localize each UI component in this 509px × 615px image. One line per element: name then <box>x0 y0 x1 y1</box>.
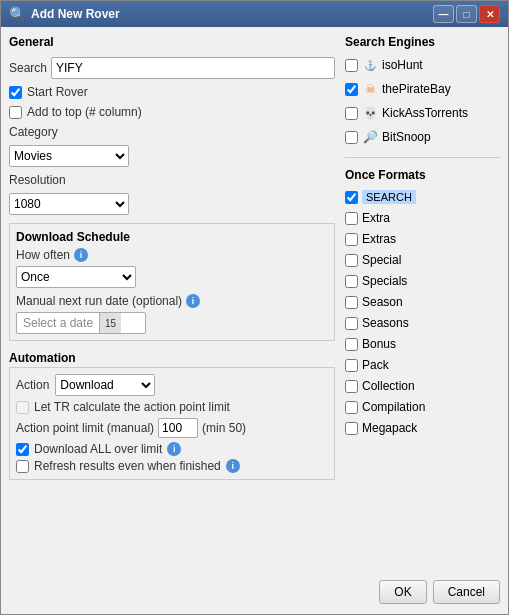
format-search-checkbox[interactable] <box>345 191 358 204</box>
how-often-row: How often i <box>16 248 328 262</box>
format-search-label: SEARCH <box>362 190 416 204</box>
format-compilation-label: Compilation <box>362 400 425 414</box>
resolution-label: Resolution <box>9 173 335 187</box>
format-megapack: Megapack <box>345 421 500 435</box>
start-rover-checkbox[interactable] <box>9 86 22 99</box>
format-collection: Collection <box>345 379 500 393</box>
engine-kickasstorrents-checkbox[interactable] <box>345 107 358 120</box>
format-seasons-checkbox[interactable] <box>345 317 358 330</box>
window-title: Add New Rover <box>31 7 433 21</box>
format-specials-checkbox[interactable] <box>345 275 358 288</box>
engine-kickasstorrents: 💀 KickAssTorrents <box>345 105 500 121</box>
engine-isohunt-label: isoHunt <box>382 58 423 72</box>
format-pack-checkbox[interactable] <box>345 359 358 372</box>
format-collection-label: Collection <box>362 379 415 393</box>
engine-thepiratebay-checkbox[interactable] <box>345 83 358 96</box>
format-search: SEARCH <box>345 190 500 204</box>
engine-thepiratebay: ☠ thePirateBay <box>345 81 500 97</box>
resolution-select[interactable]: Any 720 1080 4K <box>9 193 129 215</box>
automation-section: Automation Action Download Watch Ignore <box>9 351 335 480</box>
format-extra: Extra <box>345 211 500 225</box>
how-often-select-wrapper: Once Daily Weekly Hourly <box>16 266 328 288</box>
format-seasons: Seasons <box>345 316 500 330</box>
search-engines-label: Search Engines <box>345 35 500 49</box>
action-point-input[interactable] <box>158 418 198 438</box>
date-picker-button[interactable]: 15 <box>99 312 121 334</box>
action-row: Action Download Watch Ignore <box>16 374 328 396</box>
add-to-top-row: Add to top (# column) <box>9 105 335 119</box>
format-extra-label: Extra <box>362 211 390 225</box>
format-pack-label: Pack <box>362 358 389 372</box>
format-bonus-checkbox[interactable] <box>345 338 358 351</box>
engine-isohunt-checkbox[interactable] <box>345 59 358 72</box>
download-all-label: Download ALL over limit <box>34 442 162 456</box>
format-extras-label: Extras <box>362 232 396 246</box>
engine-isohunt: ⚓ isoHunt <box>345 57 500 73</box>
cancel-button[interactable]: Cancel <box>433 580 500 604</box>
engine-bitsnoop-checkbox[interactable] <box>345 131 358 144</box>
action-label: Action <box>16 378 49 392</box>
how-often-info-icon[interactable]: i <box>74 248 88 262</box>
manual-date-label: Manual next run date (optional) <box>16 294 182 308</box>
download-all-info-icon[interactable]: i <box>167 442 181 456</box>
tr-limit-row: Let TR calculate the action point limit <box>16 400 328 414</box>
category-label: Category <box>9 125 335 139</box>
format-pack: Pack <box>345 358 500 372</box>
once-formats-label: Once Formats <box>345 168 500 182</box>
action-limit-row: Action point limit (manual) (min 50) <box>16 418 328 438</box>
format-bonus-label: Bonus <box>362 337 396 351</box>
format-season: Season <box>345 295 500 309</box>
format-collection-checkbox[interactable] <box>345 380 358 393</box>
format-compilation-checkbox[interactable] <box>345 401 358 414</box>
manual-date-info-icon[interactable]: i <box>186 294 200 308</box>
ok-button[interactable]: OK <box>379 580 426 604</box>
search-field-row: Search <box>9 57 335 79</box>
search-label: Search <box>9 61 47 75</box>
add-to-top-checkbox[interactable] <box>9 106 22 119</box>
action-point-suffix: (min 50) <box>202 421 246 435</box>
format-special-label: Special <box>362 253 401 267</box>
format-bonus: Bonus <box>345 337 500 351</box>
download-all-checkbox[interactable] <box>16 443 29 456</box>
bitsnoop-icon: 🔎 <box>362 129 378 145</box>
how-often-select[interactable]: Once Daily Weekly Hourly <box>16 266 136 288</box>
manual-date-row: Manual next run date (optional) i <box>16 294 328 308</box>
refresh-info-icon[interactable]: i <box>226 459 240 473</box>
date-input-wrapper[interactable]: Select a date 15 <box>16 312 146 334</box>
start-rover-row: Start Rover <box>9 85 335 99</box>
action-select[interactable]: Download Watch Ignore <box>55 374 155 396</box>
engine-thepiratebay-label: thePirateBay <box>382 82 451 96</box>
format-megapack-label: Megapack <box>362 421 417 435</box>
general-section-label: General <box>9 35 335 49</box>
format-extras: Extras <box>345 232 500 246</box>
maximize-button[interactable]: □ <box>456 5 477 23</box>
format-specials-label: Specials <box>362 274 407 288</box>
search-input[interactable] <box>51 57 335 79</box>
footer-buttons: OK Cancel <box>9 574 500 606</box>
kickasstorrents-icon: 💀 <box>362 105 378 121</box>
download-schedule-title: Download Schedule <box>16 230 328 244</box>
content-area: General Search Start Rover Add to top (#… <box>1 27 508 614</box>
format-extras-checkbox[interactable] <box>345 233 358 246</box>
engine-kickasstorrents-label: KickAssTorrents <box>382 106 468 120</box>
format-seasons-label: Seasons <box>362 316 409 330</box>
engine-bitsnoop: 🔎 BitSnoop <box>345 129 500 145</box>
format-season-checkbox[interactable] <box>345 296 358 309</box>
refresh-label: Refresh results even when finished <box>34 459 221 473</box>
start-rover-label: Start Rover <box>27 85 88 99</box>
tr-limit-label: Let TR calculate the action point limit <box>34 400 230 414</box>
category-select[interactable]: Movies TV Music Games Software Other <box>9 145 129 167</box>
format-megapack-checkbox[interactable] <box>345 422 358 435</box>
tr-limit-checkbox[interactable] <box>16 401 29 414</box>
close-button[interactable]: ✕ <box>479 5 500 23</box>
format-special-checkbox[interactable] <box>345 254 358 267</box>
left-panel: General Search Start Rover Add to top (#… <box>9 35 335 574</box>
refresh-checkbox[interactable] <box>16 460 29 473</box>
format-extra-checkbox[interactable] <box>345 212 358 225</box>
refresh-row: Refresh results even when finished i <box>16 459 328 473</box>
right-panel: Search Engines ⚓ isoHunt ☠ thePirateBay … <box>345 35 500 574</box>
divider <box>345 157 500 158</box>
minimize-button[interactable]: — <box>433 5 454 23</box>
title-bar-buttons: — □ ✕ <box>433 5 500 23</box>
format-special: Special <box>345 253 500 267</box>
